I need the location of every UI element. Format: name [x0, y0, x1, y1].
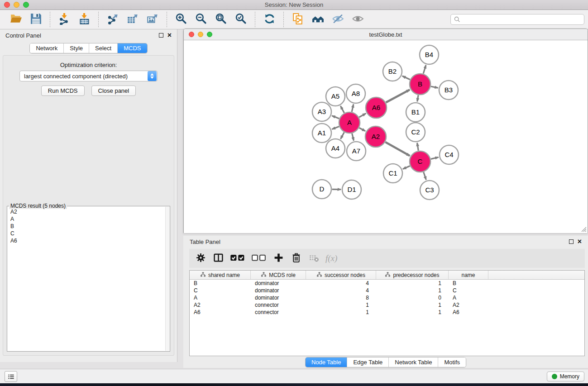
unselect-all-button[interactable]	[250, 252, 268, 265]
table-cell[interactable]: 1	[376, 280, 449, 286]
node-A3[interactable]: A3	[312, 102, 331, 121]
memory-button[interactable]: Memory	[547, 372, 584, 381]
table-row-a2[interactable]: A2connector11A2	[190, 301, 584, 309]
zoom-window-icon[interactable]	[23, 2, 29, 8]
node-C4[interactable]: C4	[440, 145, 459, 164]
node-B3[interactable]: B3	[439, 81, 458, 100]
search-input[interactable]	[450, 14, 584, 25]
zoom-fit-button[interactable]	[212, 12, 229, 27]
node-A8[interactable]: A8	[346, 84, 365, 103]
table-cell[interactable]: connector	[251, 302, 306, 308]
result-scrollbar[interactable]	[165, 207, 169, 351]
table-cell[interactable]: 1	[306, 302, 376, 308]
result-item-a[interactable]: A	[8, 215, 165, 223]
table-cell[interactable]: A	[449, 295, 488, 301]
tab-mcds[interactable]: MCDS	[117, 43, 147, 53]
node-A7[interactable]: A7	[347, 142, 366, 161]
table-cell[interactable]: C	[449, 287, 488, 294]
open-folder-button[interactable]	[7, 12, 24, 27]
network-zoom-icon[interactable]	[207, 32, 212, 37]
zoom-in-button[interactable]	[172, 12, 190, 27]
new-network-from-selection-button[interactable]	[289, 12, 306, 27]
minimize-window-icon[interactable]	[14, 2, 19, 8]
network-close-icon[interactable]	[189, 32, 194, 37]
tab-network[interactable]: Network	[30, 43, 63, 53]
refresh-button[interactable]	[261, 12, 278, 27]
node-C2[interactable]: C2	[406, 123, 425, 142]
split-panel-button[interactable]	[211, 252, 225, 265]
task-history-button[interactable]	[5, 371, 17, 382]
export-image-button[interactable]	[144, 12, 161, 27]
column-header-successor-nodes[interactable]: successor nodes	[306, 271, 376, 279]
show-all-button[interactable]	[349, 12, 366, 27]
table-cell[interactable]: 1	[376, 287, 449, 294]
table-cell[interactable]: 1	[376, 302, 449, 308]
edge-C-C3[interactable]	[424, 172, 426, 180]
node-B[interactable]: B	[410, 74, 430, 95]
node-C[interactable]: C	[410, 151, 430, 172]
table-cell[interactable]: connector	[251, 309, 306, 315]
table-cell[interactable]: A2	[449, 302, 488, 308]
column-header-predecessor-nodes[interactable]: predecessor nodes	[376, 271, 449, 279]
column-header-shared-name[interactable]: shared name	[190, 271, 251, 279]
result-item-b[interactable]: B	[8, 223, 165, 230]
result-item-a2[interactable]: A2	[8, 208, 165, 215]
optimization-criterion-select[interactable]: largest connected component (directed)	[19, 71, 158, 81]
result-item-c[interactable]: C	[8, 230, 165, 237]
table-row-b[interactable]: Bdominator41B	[190, 280, 584, 287]
table-cell[interactable]: A6	[190, 309, 251, 315]
table-cell[interactable]: 1	[376, 309, 449, 315]
import-network-button[interactable]	[56, 12, 73, 27]
network-window-titlebar[interactable]: testGlobe.txt	[184, 29, 588, 40]
resize-grip-icon[interactable]	[580, 226, 587, 232]
import-table-button[interactable]	[76, 12, 93, 27]
node-B1[interactable]: B1	[406, 103, 425, 122]
edge-A2-C[interactable]	[385, 142, 410, 156]
node-A5[interactable]: A5	[326, 87, 345, 106]
table-cell[interactable]: 4	[306, 280, 376, 286]
edge-A-A2[interactable]	[359, 128, 366, 131]
table-settings-button[interactable]	[194, 252, 207, 265]
node-A4[interactable]: A4	[326, 139, 345, 158]
edge-B-B3[interactable]	[431, 86, 438, 88]
table-cell[interactable]: B	[449, 280, 488, 286]
result-item-a6[interactable]: A6	[8, 237, 165, 244]
float-panel-icon[interactable]	[159, 33, 163, 38]
node-D[interactable]: D	[312, 180, 331, 199]
edge-B-B2[interactable]	[402, 76, 410, 80]
table-cell[interactable]: dominator	[251, 287, 306, 294]
save-button[interactable]	[27, 12, 44, 27]
node-C3[interactable]: C3	[420, 181, 439, 200]
close-panel-icon[interactable]: ×	[167, 33, 172, 38]
table-cell[interactable]: A	[190, 295, 251, 301]
edge-A-A1[interactable]	[332, 127, 339, 129]
edge-A-A7[interactable]	[352, 133, 354, 141]
network-minimize-icon[interactable]	[198, 32, 203, 37]
table-cell[interactable]: 1	[306, 309, 376, 315]
node-A6[interactable]: A6	[366, 97, 387, 118]
edge-A-A3[interactable]	[332, 116, 339, 119]
table-cell[interactable]: C	[190, 287, 251, 294]
node-D1[interactable]: D1	[342, 180, 361, 199]
hide-selected-button[interactable]	[329, 12, 346, 27]
edge-A-A4[interactable]	[341, 133, 344, 139]
export-network-button[interactable]	[104, 12, 121, 27]
run-mcds-button[interactable]: Run MCDS	[41, 86, 85, 96]
edge-A-A5[interactable]	[340, 106, 344, 113]
edge-A-A8[interactable]	[352, 104, 354, 112]
table-float-panel-icon[interactable]	[569, 239, 574, 244]
edge-B-B1[interactable]	[417, 95, 418, 101]
zoom-selected-button[interactable]	[232, 12, 249, 27]
node-A[interactable]: A	[339, 112, 360, 133]
node-C1[interactable]: C1	[383, 164, 402, 183]
node-A2[interactable]: A2	[365, 126, 386, 147]
edge-A-A6[interactable]	[359, 114, 366, 117]
table-row-a6[interactable]: A6connector11A6	[190, 309, 584, 316]
tab-style[interactable]: Style	[63, 43, 89, 53]
table-row-c[interactable]: Cdominator41C	[190, 287, 584, 294]
table-cell[interactable]: 4	[306, 287, 376, 294]
table-cell[interactable]: 0	[376, 295, 449, 301]
table-row-a[interactable]: Adominator80A	[190, 294, 584, 301]
table-tab-network-table[interactable]: Network Table	[388, 357, 438, 367]
edge-C-C2[interactable]	[417, 143, 419, 151]
